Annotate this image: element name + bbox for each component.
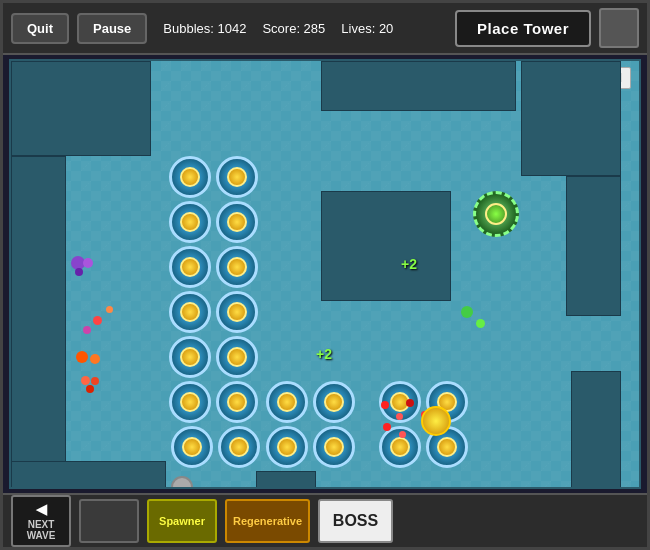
tower-15[interactable] — [266, 381, 308, 423]
score-popup-2: +2 — [316, 346, 332, 362]
enemy-red-2 — [396, 413, 403, 420]
enemy-red-5 — [383, 423, 391, 431]
wall-right-top — [521, 61, 621, 176]
wall-bottom-right — [571, 371, 621, 489]
regenerative-button[interactable]: Regenerative — [225, 499, 310, 543]
enemy-red-1 — [381, 401, 389, 409]
tower-7[interactable] — [169, 291, 211, 333]
bottom-bar: ◀ NEXTWAVE Spawner Regenerative BOSS — [3, 493, 647, 547]
tower-1[interactable] — [169, 156, 211, 198]
tower-6[interactable] — [216, 246, 258, 288]
wall-bottom-left — [11, 461, 166, 489]
wall-center — [321, 191, 451, 301]
enemy-red-3 — [406, 399, 414, 407]
enemy-dot-green-1 — [461, 306, 473, 318]
boss-button[interactable]: BOSS — [318, 499, 393, 543]
enemy-dot-2 — [106, 306, 113, 313]
enemy-dot-1 — [93, 316, 102, 325]
top-bar: Quit Pause Bubbles: 1042 Score: 285 Live… — [3, 3, 647, 55]
wall-bottom-mid — [256, 471, 316, 489]
tower-12[interactable] — [216, 381, 258, 423]
tower-11[interactable] — [169, 381, 211, 423]
tower-8[interactable] — [216, 291, 258, 333]
next-wave-arrow: ◀ — [36, 501, 47, 517]
game-area[interactable]: Tutorial — [9, 59, 641, 489]
next-wave-label: NEXTWAVE — [27, 519, 56, 541]
tower-preview-slot — [599, 8, 639, 48]
tower-9[interactable] — [169, 336, 211, 378]
enemy-yellow — [421, 406, 451, 436]
tower-4[interactable] — [216, 201, 258, 243]
tower-2[interactable] — [216, 156, 258, 198]
enemy-red-6 — [399, 431, 406, 438]
tower-3[interactable] — [169, 201, 211, 243]
wall-top-mid — [321, 61, 516, 111]
tower-14[interactable] — [218, 426, 260, 468]
tower-17[interactable] — [266, 426, 308, 468]
tower-5[interactable] — [169, 246, 211, 288]
hud-info: Bubbles: 1042 Score: 285 Lives: 20 — [155, 21, 447, 36]
tower-slot-1 — [79, 499, 139, 543]
tower-16[interactable] — [313, 381, 355, 423]
tower-18[interactable] — [313, 426, 355, 468]
quit-button[interactable]: Quit — [11, 13, 69, 44]
lives-display: Lives: 20 — [341, 21, 393, 36]
bubbles-display: Bubbles: 1042 — [163, 21, 246, 36]
place-tower-button[interactable]: Place Tower — [455, 10, 591, 47]
enemy-dot-3 — [83, 326, 91, 334]
pause-button[interactable]: Pause — [77, 13, 147, 44]
tower-13[interactable] — [171, 426, 213, 468]
enemy-gray — [171, 476, 193, 489]
tower-10[interactable] — [216, 336, 258, 378]
wall-left-mid — [11, 156, 66, 489]
tower-green[interactable] — [473, 191, 519, 237]
game-container: Quit Pause Bubbles: 1042 Score: 285 Live… — [0, 0, 650, 550]
wall-right-mid — [566, 176, 621, 316]
enemy-dot-green-2 — [476, 319, 485, 328]
wall-left-top — [11, 61, 151, 156]
next-wave-button[interactable]: ◀ NEXTWAVE — [11, 495, 71, 547]
score-display: Score: 285 — [262, 21, 325, 36]
spawner-button[interactable]: Spawner — [147, 499, 217, 543]
